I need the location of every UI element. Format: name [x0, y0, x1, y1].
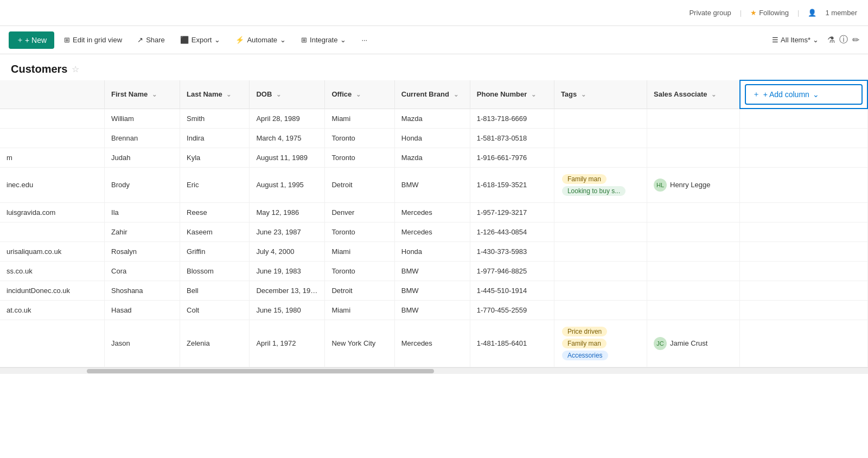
new-button[interactable]: ＋ + New [9, 31, 54, 49]
star-icon: ★ [750, 9, 757, 17]
cell-dob: June 15, 1980 [250, 300, 325, 320]
cell-email: at.co.uk [0, 300, 105, 320]
add-column-button[interactable]: ＋ + Add column ⌄ [745, 84, 863, 105]
info-icon[interactable]: ⓘ [839, 34, 848, 46]
cell-email: luisgravida.com [0, 202, 105, 222]
cell-phone-number: 1-126-443-0854 [470, 222, 554, 241]
more-icon: ··· [361, 36, 367, 44]
col-header-dob[interactable]: DOB ⌄ [250, 80, 325, 109]
all-items-button[interactable]: ☰ All Items* ⌄ [768, 33, 823, 47]
list-icon: ☰ [772, 36, 778, 44]
table-row[interactable]: at.co.ukHasadColtJune 15, 1980MiamiBMW1-… [0, 300, 867, 320]
cell-sales-associate [647, 261, 740, 281]
cell-email: ss.co.uk [0, 261, 105, 281]
cell-phone-number: 1-618-159-3521 [470, 167, 554, 202]
cell-email: inciduntDonec.co.uk [0, 281, 105, 300]
automate-chevron-icon: ⌄ [280, 36, 286, 44]
add-column-chevron-icon: ⌄ [813, 90, 819, 99]
table-row[interactable]: ZahirKaseemJune 23, 1987TorontoMercedes1… [0, 222, 867, 241]
col-header-add-column[interactable]: ＋ + Add column ⌄ [740, 80, 867, 109]
table-row[interactable]: WilliamSmithApril 28, 1989MiamiMazda1-81… [0, 109, 867, 128]
cell-last-name: Kaseem [180, 222, 250, 241]
col-header-sales-associate[interactable]: Sales Associate ⌄ [647, 80, 740, 109]
col-header-current-brand[interactable]: Current Brand ⌄ [394, 80, 470, 109]
col-header-last-name[interactable]: Last Name ⌄ [180, 80, 250, 109]
cell-add-column [740, 261, 867, 281]
avatar: HL [654, 179, 667, 192]
share-label: Share [146, 36, 165, 44]
filter-icon[interactable]: ⚗ [827, 35, 835, 45]
col-header-email[interactable] [0, 80, 105, 109]
cell-office: Toronto [325, 222, 394, 241]
automate-label: Automate [247, 36, 277, 44]
table-row[interactable]: JasonZeleniaApril 1, 1972New York CityMe… [0, 320, 867, 367]
sales-associate-info: HLHenry Legge [654, 179, 733, 192]
export-chevron-icon: ⌄ [214, 36, 220, 44]
cell-office: Denver [325, 202, 394, 222]
all-items-chevron-icon: ⌄ [813, 36, 819, 44]
sort-icon-last-name: ⌄ [226, 91, 231, 98]
sales-associate-info: JCJamie Crust [654, 337, 733, 350]
cell-office: Detroit [325, 281, 394, 300]
integrate-label: Integrate [310, 36, 337, 44]
table-row[interactable]: inec.eduBrodyEricAugust 1, 1995DetroitBM… [0, 167, 867, 202]
col-header-first-name[interactable]: First Name ⌄ [105, 80, 180, 109]
export-label: Export [192, 36, 212, 44]
horizontal-scrollbar[interactable] [0, 367, 868, 374]
sort-icon-sales-associate: ⌄ [711, 91, 716, 98]
table-row[interactable]: urisaliquam.co.ukRosalynGriffinJuly 4, 2… [0, 241, 867, 261]
scrollbar-thumb[interactable] [87, 369, 434, 373]
sort-icon-current-brand: ⌄ [454, 91, 458, 98]
cell-email [0, 109, 105, 128]
export-button[interactable]: ⬛ Export ⌄ [175, 33, 226, 47]
cell-tags [554, 281, 647, 300]
cell-phone-number: 1-977-946-8825 [470, 261, 554, 281]
cell-last-name: Smith [180, 109, 250, 128]
cell-tags [554, 241, 647, 261]
col-header-office[interactable]: Office ⌄ [325, 80, 394, 109]
sort-icon-dob: ⌄ [276, 91, 281, 98]
cell-email [0, 222, 105, 241]
cell-first-name: Hasad [105, 300, 180, 320]
cell-current-brand: Mercedes [394, 320, 470, 367]
automate-button[interactable]: ⚡ Automate ⌄ [230, 33, 291, 47]
following-section[interactable]: ★ Following [750, 9, 789, 17]
cell-phone-number: 1-916-661-7976 [470, 148, 554, 167]
table-row[interactable]: BrennanIndiraMarch 4, 1975TorontoHonda1-… [0, 128, 867, 148]
cell-add-column [740, 300, 867, 320]
cell-tags [554, 148, 647, 167]
table-row[interactable]: mJudahKylaAugust 11, 1989TorontoMazda1-9… [0, 148, 867, 167]
favorite-star-icon[interactable]: ☆ [72, 64, 79, 74]
edit-pencil-icon[interactable]: ✏ [852, 35, 859, 45]
table-row[interactable]: luisgravida.comIlaReeseMay 12, 1986Denve… [0, 202, 867, 222]
integrate-button[interactable]: ⊞ Integrate ⌄ [296, 33, 352, 47]
tag-badge: Price driven [562, 327, 607, 336]
col-label-office: Office [331, 90, 352, 98]
col-header-phone-number[interactable]: Phone Number ⌄ [470, 80, 554, 109]
table-row[interactable]: inciduntDonec.co.ukShoshanaBellDecember … [0, 281, 867, 300]
edit-grid-button[interactable]: ⊞ Edit in grid view [59, 33, 127, 47]
more-button[interactable]: ··· [356, 33, 373, 47]
add-column-plus-icon: ＋ [752, 90, 760, 99]
cell-add-column [740, 148, 867, 167]
sort-icon-office: ⌄ [356, 91, 361, 98]
page-title: Customers [11, 63, 67, 75]
col-header-tags[interactable]: Tags ⌄ [554, 80, 647, 109]
cell-tags [554, 222, 647, 241]
cell-phone-number: 1-430-373-5983 [470, 241, 554, 261]
cell-office: Toronto [325, 128, 394, 148]
table-row[interactable]: ss.co.ukCoraBlossomJune 19, 1983TorontoB… [0, 261, 867, 281]
share-button[interactable]: ↗ Share [132, 33, 170, 47]
cell-first-name: Brennan [105, 128, 180, 148]
cell-dob: July 4, 2000 [250, 241, 325, 261]
col-label-sales-associate: Sales Associate [654, 90, 707, 98]
cell-current-brand: Mazda [394, 148, 470, 167]
customers-table-container: First Name ⌄ Last Name ⌄ DOB ⌄ Office ⌄ … [0, 80, 868, 367]
cell-add-column [740, 320, 867, 367]
members-label: 1 member [825, 9, 857, 17]
cell-sales-associate: HLHenry Legge [647, 167, 740, 202]
cell-sales-associate [647, 109, 740, 128]
private-group-label: Private group [689, 9, 731, 17]
cell-email: inec.edu [0, 167, 105, 202]
cell-tags [554, 261, 647, 281]
